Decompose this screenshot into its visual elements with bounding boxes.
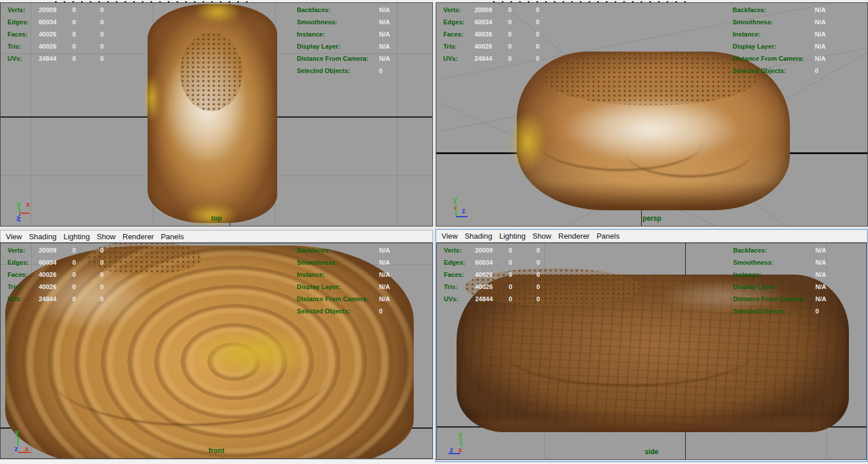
- hud-stat-value: 40026: [39, 283, 72, 290]
- hud-stat-value: N/A: [815, 31, 868, 38]
- hud-stat-row: Display Layer:N/A: [290, 43, 432, 55]
- hud-stat-label: Faces:: [8, 271, 39, 278]
- hud-stat-label: Verts:: [443, 6, 475, 13]
- hud-stat-label: Verts:: [8, 6, 39, 13]
- hud-stat-value: 40026: [475, 271, 509, 278]
- menu-view[interactable]: View: [2, 232, 25, 241]
- hud-stat-label: Smoothness:: [297, 259, 379, 266]
- hud-stat-row: UVs:2484400: [1, 295, 151, 308]
- hud-stat-row: Faces:4002600: [437, 271, 587, 283]
- hud-stat-value: 0: [508, 19, 536, 25]
- crust-wrinkle: [46, 313, 332, 426]
- hud-stat-value: 20009: [475, 247, 509, 254]
- crust-wrinkle: [503, 316, 755, 387]
- hud-stat-value: 40026: [39, 43, 72, 50]
- hud-stat-row: Verts:2000900: [1, 247, 151, 259]
- axis-y-label: y: [15, 428, 19, 436]
- hud-stat-row: Edges:6003400: [436, 19, 587, 31]
- hud-stat-label: UVs:: [443, 55, 475, 62]
- hud-stat-row: Tris:4002600: [1, 283, 151, 295]
- hud-stat-label: Edges:: [444, 259, 475, 266]
- hud-stat-label: Faces:: [443, 31, 475, 38]
- viewport-persp[interactable]: Verts:2000900Edges:6003400Faces:4002600T…: [436, 2, 868, 226]
- hud-stat-value: N/A: [379, 55, 432, 62]
- hud-stat-value: N/A: [815, 271, 867, 278]
- object-details-hud: Backfaces:N/ASmoothness:N/AInstance:N/AD…: [290, 247, 432, 320]
- hud-stat-value: 0: [509, 295, 536, 302]
- hud-stat-value: N/A: [815, 19, 868, 25]
- hud-stat-value: 0: [509, 271, 536, 278]
- object-details-hud: Backfaces:N/ASmoothness:N/AInstance:N/AD…: [290, 6, 432, 79]
- hud-stat-value: 0: [379, 67, 432, 74]
- nut-topping: [180, 32, 242, 111]
- hud-stat-value: 0: [536, 19, 587, 25]
- bread-model-top-view[interactable]: [148, 4, 277, 223]
- hud-stat-value: 0: [100, 43, 151, 50]
- hud-stat-label: Selected Objects:: [297, 67, 379, 74]
- hud-stat-label: Display Layer:: [733, 43, 815, 50]
- hud-stat-label: Distance From Camera:: [297, 295, 379, 302]
- hud-stat-row: Selected Objects:0: [290, 67, 432, 79]
- object-details-hud: Backfaces:N/ASmoothness:N/AInstance:N/AD…: [726, 6, 868, 79]
- hud-stat-value: 0: [509, 247, 536, 254]
- menu-renderer[interactable]: Renderer: [119, 232, 157, 241]
- menu-show[interactable]: Show: [93, 232, 119, 241]
- hud-stat-label: Tris:: [443, 43, 475, 50]
- hud-stat-value: 0: [536, 31, 587, 38]
- menu-show[interactable]: Show: [529, 232, 555, 240]
- menu-panels[interactable]: Panels: [157, 232, 187, 241]
- menu-panels[interactable]: Panels: [593, 232, 623, 240]
- hud-stat-value: N/A: [379, 31, 432, 38]
- viewport-side[interactable]: Verts:2000900Edges:6003400Faces:4002600T…: [436, 243, 867, 460]
- hud-stat-label: Instance:: [297, 271, 379, 278]
- hud-stat-label: Instance:: [733, 31, 815, 38]
- menu-lighting[interactable]: Lighting: [496, 232, 529, 240]
- hud-stat-row: UVs:2484400: [1, 55, 151, 67]
- hud-stat-row: Distance From Camera:N/A: [290, 295, 432, 308]
- hud-stat-label: UVs:: [444, 295, 475, 302]
- hud-stat-row: Tris:4002600: [1, 43, 151, 55]
- hud-stat-label: Display Layer:: [733, 283, 815, 290]
- hud-stat-value: 0: [815, 67, 868, 74]
- hud-stat-label: Tris:: [8, 283, 39, 290]
- hud-stat-label: Selected Objects:: [733, 67, 815, 74]
- hud-stat-label: Backfaces:: [297, 6, 379, 13]
- hud-stat-value: 0: [508, 55, 536, 62]
- axis-x-label: x: [454, 205, 457, 211]
- hud-stat-row: Distance From Camera:N/A: [726, 55, 868, 67]
- menu-shading[interactable]: Shading: [461, 232, 496, 240]
- hud-stat-value: N/A: [379, 19, 432, 25]
- hud-stat-row: Faces:4002600: [1, 31, 151, 43]
- dough-edge: [144, 74, 160, 122]
- hud-stat-value: 0: [72, 55, 100, 62]
- axis-x-label: x: [26, 200, 30, 209]
- hud-stat-value: 40026: [475, 43, 508, 50]
- active-panel-side: View Shading Lighting Show Renderer Pane…: [435, 229, 868, 462]
- hud-stat-row: Verts:2000900: [437, 247, 587, 259]
- hud-stat-value: 0: [100, 55, 151, 62]
- object-details-hud: Backfaces:N/ASmoothness:N/AInstance:N/AD…: [726, 247, 867, 320]
- hud-stat-value: 0: [72, 271, 100, 278]
- viewport-front[interactable]: Verts:2000900Edges:6003400Faces:4002600T…: [0, 243, 433, 459]
- hud-stat-row: Backfaces:N/A: [290, 6, 432, 19]
- hud-stat-value: 40026: [39, 31, 72, 38]
- axis-y-label: y: [458, 430, 462, 439]
- hud-stat-value: 60034: [39, 259, 72, 266]
- hud-stat-value: 60034: [475, 19, 508, 25]
- hud-stat-value: 0: [100, 6, 151, 13]
- hud-stat-row: Instance:N/A: [726, 31, 868, 43]
- hud-stat-label: Instance:: [733, 271, 815, 278]
- hud-stat-value: 0: [100, 283, 151, 290]
- hud-stat-value: 0: [72, 259, 100, 266]
- hud-stat-label: Distance From Camera:: [297, 55, 379, 62]
- hud-stat-row: Display Layer:N/A: [726, 283, 867, 295]
- hud-stat-value: 0: [536, 283, 587, 290]
- menu-view[interactable]: View: [438, 232, 461, 240]
- hud-stat-value: 0: [72, 283, 100, 290]
- menu-shading[interactable]: Shading: [25, 232, 60, 241]
- menu-renderer[interactable]: Renderer: [555, 232, 593, 240]
- menu-lighting[interactable]: Lighting: [60, 232, 94, 241]
- hud-stat-label: Selected Objects:: [733, 308, 815, 315]
- viewport-top[interactable]: Verts:2000900Edges:6003400Faces:4002600T…: [0, 2, 433, 226]
- hud-stat-label: Edges:: [8, 19, 39, 25]
